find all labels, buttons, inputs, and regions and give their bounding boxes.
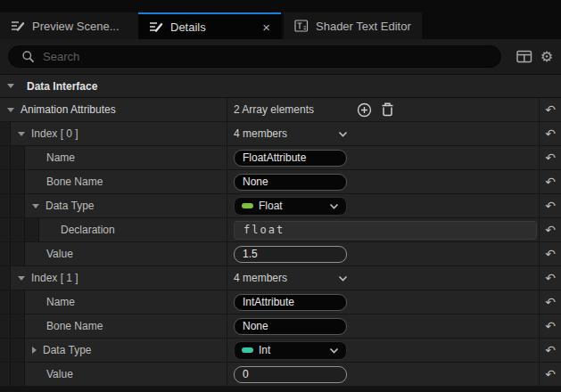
indent-guide	[0, 290, 11, 314]
indent-guide	[0, 170, 11, 193]
reset-to-default-button[interactable]: ↶	[539, 98, 561, 121]
reset-to-default-button[interactable]: ↶	[539, 363, 561, 386]
reset-to-default-button[interactable]: ↶	[539, 218, 561, 241]
row-bone-name: Bone Name ↶	[0, 314, 561, 339]
search-box[interactable]	[8, 45, 501, 68]
reset-icon: ↶	[545, 368, 556, 380]
reset-to-default-button[interactable]: ↶	[539, 194, 561, 217]
reset-to-default-button[interactable]: ↶	[539, 146, 561, 169]
reset-icon: ↶	[545, 224, 556, 236]
expander-icon[interactable]	[18, 132, 25, 136]
expander-icon[interactable]	[32, 204, 39, 208]
reset-icon: ↶	[545, 248, 556, 260]
indent-guide	[0, 218, 11, 241]
search-toolbar: ⚙	[0, 39, 561, 75]
property-label: Value	[46, 368, 73, 380]
reset-icon: ↶	[545, 344, 556, 356]
tab-label: Details	[170, 20, 255, 34]
settings-gear-icon[interactable]: ⚙	[540, 50, 553, 64]
reset-icon: ↶	[545, 176, 556, 188]
search-icon	[21, 50, 35, 63]
expander-icon[interactable]	[18, 276, 25, 281]
property-label: Animation Attributes	[21, 103, 116, 116]
indent-guide	[11, 363, 25, 386]
panel-footer	[0, 387, 561, 392]
row-index-1: Index [ 1 ] 4 members ↶	[0, 266, 561, 290]
property-label: Index [ 0 ]	[31, 127, 78, 140]
row-value: Value ↶	[0, 242, 561, 266]
reset-to-default-button[interactable]: ↶	[539, 170, 561, 193]
dropdown-label: Float	[259, 200, 329, 212]
name-input[interactable]	[234, 150, 347, 167]
row-name: Name ↶	[0, 290, 561, 314]
indent-guide	[11, 314, 25, 338]
table-view-icon[interactable]	[516, 50, 532, 63]
bone-name-input[interactable]	[234, 318, 347, 335]
add-element-icon[interactable]	[357, 102, 372, 118]
value-spinbox[interactable]	[234, 366, 347, 383]
tab-bar: Preview Scene... Details × Shader Text E…	[0, 0, 561, 39]
indent-guide	[11, 194, 25, 217]
members-text: 4 members	[234, 127, 287, 140]
tab-preview-scene[interactable]: Preview Scene...	[0, 12, 138, 39]
delete-elements-icon[interactable]	[381, 102, 394, 117]
data-type-dropdown[interactable]: Int	[234, 341, 347, 360]
indent-guide	[11, 242, 25, 265]
name-input[interactable]	[234, 294, 347, 311]
property-label: Bone Name	[46, 176, 103, 188]
category-data-interface[interactable]: Data Interface	[0, 75, 561, 98]
reset-icon: ↶	[545, 296, 556, 308]
row-name: Name ↶	[0, 146, 561, 170]
reset-icon: ↶	[545, 103, 556, 116]
reset-to-default-button[interactable]: ↶	[539, 242, 561, 265]
declaration-textbox[interactable]: float	[234, 221, 537, 240]
details-lines-pencil-icon	[149, 20, 163, 33]
reset-to-default-button[interactable]: ↶	[539, 314, 561, 338]
property-label: Index [ 1 ]	[31, 272, 78, 284]
reset-icon: ↶	[545, 127, 556, 140]
expander-icon	[7, 84, 14, 88]
reset-to-default-button[interactable]: ↶	[539, 266, 561, 290]
reset-icon: ↶	[545, 200, 556, 212]
chevron-down-icon	[329, 347, 339, 354]
close-icon[interactable]: ×	[262, 20, 270, 34]
indent-guide	[0, 146, 11, 169]
property-label: Name	[46, 296, 75, 308]
indent-guide	[0, 363, 11, 386]
chevron-down-icon	[329, 203, 339, 209]
row-bone-name: Bone Name ↶	[0, 170, 561, 194]
indent-guide	[11, 170, 25, 193]
tab-shader-text-editor[interactable]: Shader Text Editor	[284, 12, 422, 39]
text-editor-icon	[294, 19, 309, 33]
data-type-dropdown[interactable]: Float	[234, 197, 347, 216]
tab-label: Shader Text Editor	[316, 20, 411, 33]
indent-guide	[11, 290, 25, 314]
details-lines-pencil-icon	[11, 20, 25, 32]
dropdown-label: Int	[259, 344, 329, 356]
property-label: Bone Name	[46, 320, 103, 332]
members-combo[interactable]: 4 members	[234, 272, 348, 284]
property-label: Name	[46, 151, 75, 164]
reset-icon: ↶	[545, 272, 556, 284]
search-input[interactable]	[41, 49, 492, 64]
array-elements-text: 2 Array elements	[234, 103, 348, 116]
indent-guide	[0, 339, 11, 362]
tab-details[interactable]: Details ×	[138, 12, 281, 39]
reset-to-default-button[interactable]: ↶	[539, 122, 561, 145]
value-spinbox[interactable]	[234, 246, 347, 263]
members-combo[interactable]: 4 members	[234, 127, 348, 140]
bone-name-input[interactable]	[234, 174, 347, 191]
indent-guide	[11, 218, 25, 241]
indent-guide	[11, 339, 25, 362]
category-label: Data Interface	[27, 80, 97, 93]
expander-icon[interactable]	[32, 347, 37, 354]
row-value: Value ↶	[0, 363, 561, 387]
reset-to-default-button[interactable]: ↶	[539, 290, 561, 314]
expander-icon[interactable]	[7, 108, 14, 112]
indent-guide	[11, 146, 25, 169]
indent-guide	[25, 218, 39, 241]
row-data-type: Data Type Float ↶	[0, 194, 561, 218]
float-type-pill-icon	[242, 203, 253, 208]
row-data-type: Data Type Int ↶	[0, 339, 561, 363]
reset-to-default-button[interactable]: ↶	[539, 339, 561, 362]
